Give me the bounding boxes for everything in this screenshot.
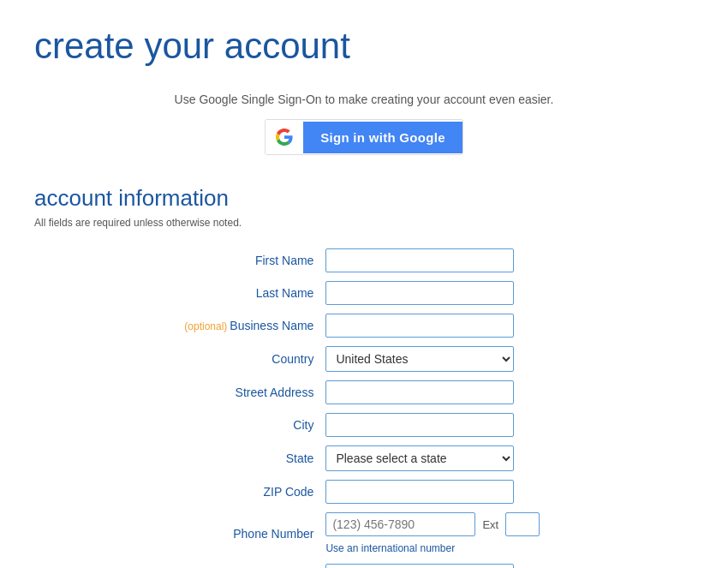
city-row: City bbox=[34, 409, 694, 441]
city-input[interactable] bbox=[325, 413, 514, 437]
country-label: Country bbox=[34, 342, 322, 376]
country-row: Country United States Canada United King… bbox=[34, 342, 694, 376]
phone-row: Phone Number Ext Use an international nu… bbox=[34, 508, 694, 559]
email-label: *Email Address bbox=[34, 559, 322, 568]
zip-input[interactable] bbox=[325, 480, 514, 504]
google-button-label: Sign in with Google bbox=[303, 122, 462, 153]
phone-input[interactable] bbox=[325, 512, 475, 536]
ext-label: Ext bbox=[482, 518, 498, 531]
google-icon bbox=[266, 120, 303, 154]
state-select[interactable]: Please select a state Alabama Alaska Ari… bbox=[325, 445, 514, 471]
zip-label: ZIP Code bbox=[34, 475, 322, 508]
email-row: *Email Address *Your receipt will be sen… bbox=[34, 559, 694, 568]
sign-in-with-google-button[interactable]: Sign in with Google bbox=[265, 119, 463, 155]
ext-input[interactable] bbox=[505, 512, 540, 536]
street-address-input[interactable] bbox=[325, 380, 514, 404]
first-name-row: First Name bbox=[34, 244, 694, 277]
email-input[interactable] bbox=[325, 564, 514, 568]
country-select[interactable]: United States Canada United Kingdom Aust… bbox=[325, 346, 514, 372]
state-label: State bbox=[34, 441, 322, 475]
phone-row-container: Ext bbox=[325, 512, 690, 536]
last-name-label: Last Name bbox=[34, 277, 322, 309]
required-note: All fields are required unless otherwise… bbox=[34, 217, 694, 229]
state-row: State Please select a state Alabama Alas… bbox=[34, 441, 694, 475]
phone-label: Phone Number bbox=[34, 508, 322, 559]
account-form: First Name Last Name (optional)Business … bbox=[34, 244, 694, 568]
zip-row: ZIP Code bbox=[34, 475, 694, 508]
optional-tag: (optional) bbox=[184, 320, 227, 332]
first-name-input[interactable] bbox=[325, 248, 514, 272]
section-title: account information bbox=[34, 185, 694, 212]
business-name-row: (optional)Business Name bbox=[34, 309, 694, 342]
sso-section: Use Google Single Sign-On to make creati… bbox=[34, 93, 694, 155]
first-name-label: First Name bbox=[34, 244, 322, 277]
business-name-input[interactable] bbox=[325, 314, 514, 338]
page-title: create your account bbox=[34, 26, 694, 67]
sso-description: Use Google Single Sign-On to make creati… bbox=[34, 93, 694, 106]
city-label: City bbox=[34, 409, 322, 441]
business-name-label: (optional)Business Name bbox=[34, 309, 322, 342]
international-number-link[interactable]: Use an international number bbox=[325, 542, 455, 554]
last-name-input[interactable] bbox=[325, 281, 514, 305]
street-address-row: Street Address bbox=[34, 376, 694, 409]
street-address-label: Street Address bbox=[34, 376, 322, 409]
last-name-row: Last Name bbox=[34, 277, 694, 309]
